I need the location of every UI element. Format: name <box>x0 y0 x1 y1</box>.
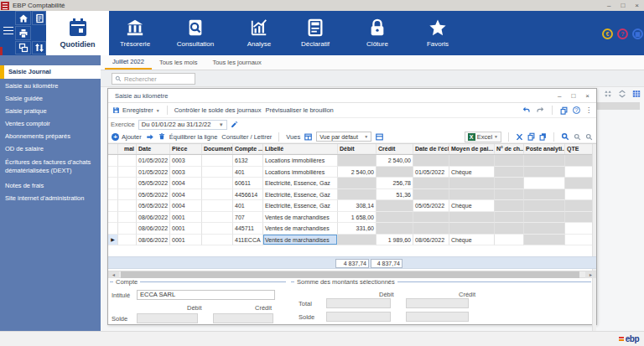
grid-vertical-scrollbar[interactable] <box>592 144 596 333</box>
cell-libelle[interactable]: Electricité, Essence, Gaz <box>263 200 338 212</box>
cell-journal[interactable] <box>118 212 137 224</box>
cell-credit[interactable]: 1 989,60 <box>377 235 413 246</box>
copy-icon[interactable] <box>560 106 568 115</box>
grid-row[interactable]: 01/05/20220003401Locations immobilières2… <box>108 167 596 178</box>
sidebar-item[interactable]: Écritures des factures d'achats dématéri… <box>0 158 101 175</box>
cell-qte[interactable] <box>565 189 594 201</box>
cell-qte[interactable] <box>565 223 594 235</box>
currency-badge-icon[interactable]: € <box>602 28 613 39</box>
cell-debit[interactable]: 2 540,00 <box>338 167 377 178</box>
cell-moyen[interactable] <box>449 189 495 201</box>
cell-journal[interactable] <box>118 223 137 235</box>
cell-echeance[interactable]: 05/05/2022 <box>413 200 449 212</box>
column-header[interactable]: Libellé <box>263 144 338 154</box>
cell-piece[interactable]: 0003 <box>170 155 202 167</box>
cell-document[interactable] <box>202 235 233 246</box>
sidebar-item[interactable]: Saisie au kilomètre <box>0 82 101 90</box>
column-header[interactable]: QTE <box>565 144 594 154</box>
cell-cheque[interactable] <box>495 212 524 224</box>
grid-row[interactable]: 08/06/20220001707Ventes de marchandises1… <box>108 212 596 224</box>
tab-tous-les-journaux[interactable]: Tous les journaux <box>205 55 268 70</box>
sidebar-item[interactable]: OD de salaire <box>0 145 101 153</box>
zoom-in-icon[interactable] <box>585 133 593 141</box>
cell-journal[interactable] <box>118 167 137 178</box>
close-icon[interactable]: × <box>635 0 639 11</box>
intitule-field[interactable]: ECCA SARL <box>137 290 275 300</box>
view-select[interactable]: Vue par défaut ▼ <box>316 132 371 142</box>
child-minimize-icon[interactable]: – <box>558 92 561 100</box>
cell-echeance[interactable]: 08/06/2022 <box>413 235 449 246</box>
cell-compte[interactable]: 60611 <box>233 178 263 189</box>
child-close-icon[interactable]: × <box>585 92 589 100</box>
cell-echeance[interactable] <box>413 212 449 224</box>
cell-ind[interactable] <box>108 189 118 201</box>
cell-cheque[interactable] <box>495 189 524 201</box>
cell-journal[interactable] <box>118 155 137 167</box>
cell-cheque[interactable] <box>495 155 524 167</box>
sync-icon[interactable] <box>15 41 31 54</box>
tab-juillet-2022[interactable]: Juillet 2022 <box>105 55 152 70</box>
cell-credit[interactable] <box>377 223 413 235</box>
ribbon-tab-favoris[interactable]: Favoris <box>408 11 467 55</box>
cut-icon[interactable] <box>516 133 523 141</box>
tab-tous-les-mois[interactable]: Tous les mois <box>152 55 205 70</box>
cell-poste[interactable] <box>524 178 565 189</box>
redo-icon[interactable] <box>536 106 544 114</box>
cell-echeance[interactable] <box>413 178 449 189</box>
cell-piece[interactable]: 0001 <box>170 235 202 246</box>
edit-pencil-icon[interactable] <box>231 121 238 128</box>
cell-journal[interactable] <box>118 189 137 201</box>
add-row-button[interactable]: + Ajouter <box>112 133 142 141</box>
column-header[interactable]: Date de l'éché... <box>413 144 449 154</box>
cell-debit[interactable] <box>338 155 377 167</box>
cell-qte[interactable] <box>565 178 594 189</box>
column-header[interactable]: Moyen de pai... <box>449 144 495 154</box>
help-icon[interactable]: ? <box>573 106 580 114</box>
cell-document[interactable] <box>202 155 233 167</box>
maximize-icon[interactable]: □ <box>621 0 625 11</box>
cell-libelle[interactable]: Electricité, Essence, Gaz <box>263 189 338 201</box>
cell-moyen[interactable]: Chèque <box>449 235 495 246</box>
cell-debit[interactable]: 1 658,00 <box>338 212 377 224</box>
cell-date[interactable]: 08/06/2022 <box>137 212 170 224</box>
cell-libelle[interactable]: Electricité, Essence, Gaz <box>263 178 338 189</box>
cell-document[interactable] <box>202 189 233 201</box>
ribbon-tab-quotidien[interactable]: Quotidien <box>46 11 109 55</box>
cell-ind[interactable] <box>108 167 118 178</box>
cell-debit[interactable] <box>338 178 377 189</box>
ribbon-tab-clôture[interactable]: Clôture <box>348 11 407 55</box>
sidebar-item[interactable]: Site internet d'administration <box>0 194 101 203</box>
grid-row[interactable]: 05/05/2022000460611Electricité, Essence,… <box>108 178 596 189</box>
cell-credit[interactable] <box>377 200 413 212</box>
cell-echeance[interactable] <box>413 223 449 235</box>
sort-arrows-icon[interactable] <box>32 41 46 54</box>
cell-qte[interactable] <box>565 212 594 224</box>
cell-document[interactable] <box>202 178 233 189</box>
grid-horizontal-scrollbar[interactable]: ◄ ► <box>108 271 596 278</box>
search-grid-icon[interactable] <box>561 132 569 141</box>
column-header[interactable]: Crédit <box>377 144 413 154</box>
cell-date[interactable]: 08/06/2022 <box>137 235 170 246</box>
column-header[interactable]: Date <box>137 144 170 154</box>
cell-compte[interactable]: 411ECCA <box>233 235 263 246</box>
cell-cheque[interactable] <box>495 200 524 212</box>
cell-libelle[interactable]: Ventes de marchandises <box>263 212 338 224</box>
grid-row[interactable]: ▶08/06/20220001411ECCAVentes de marchand… <box>108 235 596 246</box>
more-icon[interactable]: ⋮ <box>585 106 592 114</box>
cell-date[interactable]: 05/05/2022 <box>137 189 170 201</box>
scroll-left-icon[interactable]: ◄ <box>108 271 119 278</box>
sidebar-item[interactable]: Saisie Journal <box>0 65 101 79</box>
column-header[interactable]: Document <box>202 144 233 154</box>
column-header[interactable]: Poste analyti... <box>524 144 565 154</box>
cell-qte[interactable] <box>565 167 594 178</box>
cell-document[interactable] <box>202 167 233 178</box>
delete-row-icon[interactable] <box>158 132 165 141</box>
ribbon-tab-analyse[interactable]: Analyse <box>230 11 288 55</box>
cell-moyen[interactable]: Chèque <box>449 167 495 178</box>
cell-date[interactable]: 01/05/2022 <box>137 155 170 167</box>
column-header[interactable]: Compte ... <box>233 144 263 154</box>
save-button[interactable]: Enregistrer ▼ <box>112 106 160 114</box>
column-header[interactable]: Pièce <box>170 144 202 154</box>
preview-draft-button[interactable]: Prévisualiser le brouillon <box>265 106 333 114</box>
cell-moyen[interactable] <box>449 155 495 167</box>
